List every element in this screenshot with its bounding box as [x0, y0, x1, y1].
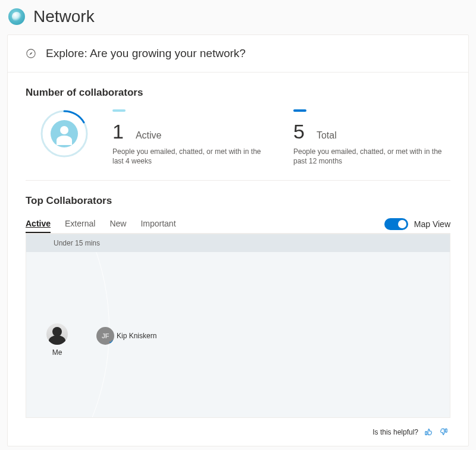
map-area[interactable]: Me JF Kip Kniskern — [26, 252, 450, 417]
map-view-control: Map View — [384, 218, 450, 230]
avatar: JF — [96, 327, 114, 345]
helpful-text: Is this helpful? — [372, 428, 418, 436]
thumbs-up-icon[interactable] — [424, 427, 433, 436]
page-header: Network — [0, 0, 476, 34]
avatar — [46, 323, 68, 345]
tab-new[interactable]: New — [109, 215, 126, 233]
total-description: People you emailed, chatted, or met with… — [293, 147, 442, 166]
active-count: 1 — [112, 120, 124, 143]
active-label: Active — [136, 130, 162, 141]
stat-bar-icon — [293, 109, 306, 112]
network-icon — [8, 8, 25, 25]
explore-text: Explore: Are you growing your network? — [46, 47, 246, 60]
stat-active: 1 Active People you emailed, chatted, or… — [112, 109, 270, 166]
avatar-initials: JF — [102, 332, 109, 339]
total-count: 5 — [293, 120, 305, 143]
map-view-toggle[interactable] — [384, 218, 408, 230]
node-me[interactable]: Me — [46, 323, 68, 357]
collaborator-name: Kip Kniskern — [117, 332, 156, 340]
feedback-footer: Is this helpful? — [26, 418, 450, 436]
collaborators-heading: Number of collaborators — [26, 87, 450, 99]
thumbs-down-icon[interactable] — [439, 427, 448, 436]
map-frame: Under 15 mins Me JF Kip Kniskern — [26, 234, 450, 418]
page-title: Network — [33, 7, 95, 26]
card-content: Number of collaborators 1 Active Peop — [8, 73, 468, 446]
stat-total: 5 Total People you emailed, chatted, or … — [293, 109, 450, 166]
me-label: Me — [52, 348, 62, 357]
map-bucket-label: Under 15 mins — [26, 234, 450, 252]
node-collaborator[interactable]: JF Kip Kniskern — [96, 327, 156, 345]
map-view-label: Map View — [414, 219, 450, 229]
top-collaborators-heading: Top Collaborators — [26, 195, 450, 207]
important-star-icon — [109, 339, 114, 345]
network-card: Explore: Are you growing your network? N… — [7, 34, 469, 446]
tab-active[interactable]: Active — [26, 215, 51, 233]
total-label: Total — [317, 130, 337, 141]
tab-external[interactable]: External — [65, 215, 95, 233]
active-description: People you emailed, chatted, or met with… — [112, 147, 261, 166]
tabs-row: Active External New Important Map View — [26, 215, 450, 234]
explore-link[interactable]: Explore: Are you growing your network? — [8, 35, 468, 73]
tabs: Active External New Important — [26, 215, 176, 233]
stats-row: 1 Active People you emailed, chatted, or… — [26, 109, 450, 181]
person-icon — [51, 120, 78, 147]
tab-important[interactable]: Important — [140, 215, 176, 233]
collaborator-avatar-ring — [40, 109, 89, 158]
compass-icon — [26, 48, 36, 59]
stat-bar-icon — [112, 109, 126, 112]
